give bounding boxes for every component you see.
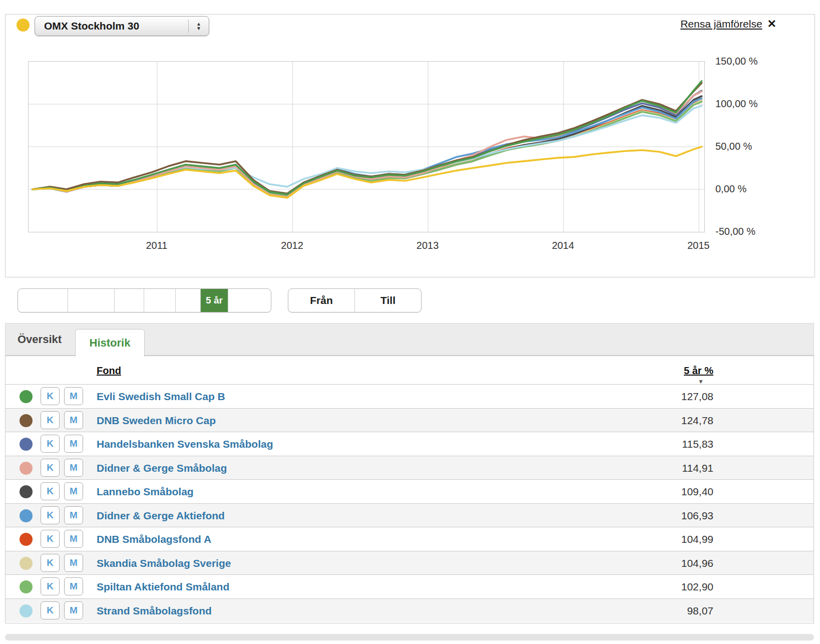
x-axis-label: 2013: [405, 240, 450, 251]
table-row: KMSkandia Småbolag Sverige104,96: [6, 551, 813, 575]
series-color-dot: [20, 485, 33, 498]
from-till-control: Från Till: [288, 288, 422, 312]
fund-name-link[interactable]: DNB Småbolagsfond A: [97, 527, 211, 551]
tab-oversikt[interactable]: Översikt: [18, 323, 62, 356]
m-button[interactable]: M: [64, 411, 83, 429]
table-row: KMDNB Småbolagsfond A104,99: [6, 527, 813, 551]
fund-name-link[interactable]: Strand Småbolagsfond: [97, 599, 212, 622]
range-segment[interactable]: [176, 289, 201, 312]
fund-name-link[interactable]: Handelsbanken Svenska Småbolag: [97, 432, 273, 456]
series-color-dot: [20, 533, 33, 546]
column-header-fond[interactable]: Fond: [97, 365, 121, 377]
m-button[interactable]: M: [64, 554, 83, 572]
from-button[interactable]: Från: [288, 289, 355, 312]
k-button[interactable]: K: [41, 459, 60, 477]
clear-comparison: Rensa jämförelse ✕: [656, 18, 776, 31]
fund-value: 115,83: [651, 432, 713, 456]
m-button[interactable]: M: [64, 387, 83, 405]
table-row: KMSpiltan Aktiefond Småland102,90: [6, 574, 813, 598]
m-button[interactable]: M: [64, 530, 83, 548]
k-button[interactable]: K: [41, 411, 60, 429]
fund-value: 102,90: [651, 575, 713, 598]
range-segment[interactable]: [228, 289, 271, 312]
table-row: KMLannebo Småbolag109,40: [6, 479, 813, 503]
k-button[interactable]: K: [41, 482, 60, 500]
m-button[interactable]: M: [64, 506, 83, 524]
series-color-dot: [20, 462, 33, 475]
m-button[interactable]: M: [64, 601, 83, 619]
table-row: KMDidner & Gerge Aktiefond106,93: [6, 503, 813, 527]
table-row: KMHandelsbanken Svenska Småbolag115,83: [6, 432, 813, 456]
y-axis-label: 100,00 %: [715, 98, 770, 110]
m-button[interactable]: M: [64, 459, 83, 477]
fund-name-link[interactable]: DNB Sweden Micro Cap: [97, 409, 216, 432]
column-header-5yr[interactable]: 5 år %: [656, 365, 713, 377]
series-color-dot: [20, 390, 33, 403]
index-color-dot: [17, 19, 30, 32]
k-button[interactable]: K: [41, 387, 60, 405]
k-button[interactable]: K: [41, 530, 60, 548]
chart-panel: OMX Stockholm 30 ▲▼ Rensa jämförelse ✕ 1…: [5, 14, 815, 277]
series-color-dot: [20, 438, 33, 451]
fund-comparison-page: OMX Stockholm 30 ▲▼ Rensa jämförelse ✕ 1…: [0, 0, 820, 644]
fund-name-link[interactable]: Didner & Gerge Aktiefond: [97, 504, 225, 527]
fund-name-link[interactable]: Spiltan Aktiefond Småland: [97, 575, 229, 598]
m-button[interactable]: M: [64, 435, 83, 453]
range-segment-5yr[interactable]: 5 år: [201, 289, 228, 312]
fund-value: 104,96: [651, 551, 713, 575]
index-select-value: OMX Stockholm 30: [35, 20, 188, 32]
y-axis-label: 50,00 %: [715, 140, 770, 152]
fund-table-panel: Fond 5 år % ▼ KMEvli Swedish Small Cap B…: [5, 356, 814, 623]
series-color-dot: [20, 557, 33, 570]
k-button[interactable]: K: [41, 435, 60, 453]
x-axis-label: 2012: [270, 240, 315, 251]
table-row: KMDidner & Gerge Småbolag114,91: [6, 456, 813, 480]
table-row: KMStrand Småbolagsfond98,07: [6, 598, 813, 622]
time-range-selector: 5 år: [18, 288, 271, 312]
m-button[interactable]: M: [64, 577, 83, 595]
range-segment[interactable]: [68, 289, 115, 312]
chart-canvas: [29, 62, 704, 232]
fund-value: 124,78: [651, 409, 713, 432]
till-button[interactable]: Till: [355, 289, 421, 312]
clear-comparison-link[interactable]: Rensa jämförelse: [680, 18, 762, 30]
y-axis-label: -50,00 %: [715, 225, 770, 237]
fund-name-link[interactable]: Skandia Småbolag Sverige: [97, 551, 231, 575]
table-row: KMDNB Sweden Micro Cap124,78: [6, 408, 813, 432]
series-color-dot: [20, 580, 33, 593]
fund-value: 106,93: [651, 504, 713, 527]
index-select[interactable]: OMX Stockholm 30 ▲▼: [35, 16, 209, 36]
fund-value: 98,07: [651, 599, 713, 622]
range-segment[interactable]: [144, 289, 176, 312]
x-axis-label: 2015: [676, 240, 721, 251]
range-segment[interactable]: [18, 289, 68, 312]
range-segment[interactable]: [115, 289, 144, 312]
fund-value: 127,08: [651, 385, 713, 408]
select-arrows-icon: ▲▼: [188, 20, 209, 33]
k-button[interactable]: K: [41, 577, 60, 595]
series-color-dot: [20, 604, 33, 617]
fund-value: 104,99: [651, 527, 713, 551]
fund-value: 114,91: [651, 456, 713, 480]
table-row: KMEvli Swedish Small Cap B127,08: [6, 384, 813, 408]
x-axis-label: 2011: [134, 240, 179, 251]
bottom-panel-edge: [5, 634, 814, 640]
close-icon[interactable]: ✕: [767, 18, 776, 31]
fund-name-link[interactable]: Lannebo Småbolag: [97, 480, 194, 503]
fund-table-rows: KMEvli Swedish Small Cap B127,08KMDNB Sw…: [6, 384, 813, 622]
k-button[interactable]: K: [41, 506, 60, 524]
y-axis-label: 150,00 %: [715, 55, 770, 67]
fund-name-link[interactable]: Didner & Gerge Småbolag: [97, 456, 227, 480]
series-color-dot: [20, 509, 33, 522]
k-button[interactable]: K: [41, 601, 60, 619]
fund-name-link[interactable]: Evli Swedish Small Cap B: [97, 385, 225, 408]
k-button[interactable]: K: [41, 554, 60, 572]
x-axis-label: 2014: [541, 240, 586, 251]
tab-historik[interactable]: Historik: [75, 329, 145, 357]
y-axis-label: 0,00 %: [715, 183, 770, 195]
m-button[interactable]: M: [64, 482, 83, 500]
series-color-dot: [20, 414, 33, 427]
performance-chart[interactable]: [28, 61, 705, 232]
fund-value: 109,40: [651, 480, 713, 503]
